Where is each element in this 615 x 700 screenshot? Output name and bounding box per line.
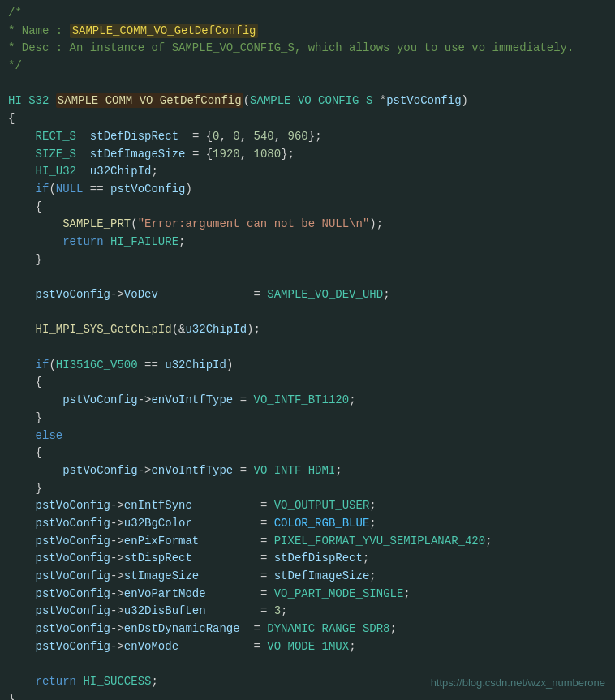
line-14: return HI_FAILURE; xyxy=(0,234,615,251)
line-5 xyxy=(0,75,615,93)
line-12: { xyxy=(0,199,615,217)
line-24: } xyxy=(0,410,615,427)
line-40: } xyxy=(0,691,615,700)
line-36: pstVoConfig->enDstDynamicRange = DYNAMIC… xyxy=(0,621,615,638)
line-18 xyxy=(0,304,615,322)
line-32: pstVoConfig->stDispRect = stDefDispRect; xyxy=(0,550,615,568)
line-11: if(NULL == pstVoConfig) xyxy=(0,181,615,199)
line-22: { xyxy=(0,374,615,392)
line-35: pstVoConfig->u32DisBufLen = 3; xyxy=(0,603,615,621)
line-17: pstVoConfig->VoDev = SAMPLE_VO_DEV_UHD; xyxy=(0,286,615,304)
line-26: { xyxy=(0,444,615,462)
function-name-highlight: SAMPLE_COMM_VO_GetDefConfig xyxy=(70,24,259,38)
line-10: HI_U32 u32ChipId; xyxy=(0,163,615,181)
line-4: */ xyxy=(0,58,615,75)
line-9: SIZE_S stDefImageSize = {1920, 1080}; xyxy=(0,146,615,164)
line-29: pstVoConfig->enIntfSync = VO_OUTPUT_USER… xyxy=(0,497,615,515)
line-20 xyxy=(0,339,615,357)
line-31: pstVoConfig->enPixFormat = PIXEL_FORMAT_… xyxy=(0,533,615,551)
line-38 xyxy=(0,655,615,673)
line-33: pstVoConfig->stImageSize = stDefImageSiz… xyxy=(0,568,615,586)
line-23: pstVoConfig->enVoIntfType = VO_INTF_BT11… xyxy=(0,392,615,410)
line-7: { xyxy=(0,110,615,128)
line-3: * Desc : An instance of SAMPLE_VO_CONFIG… xyxy=(0,40,615,58)
code-container: /* * Name : SAMPLE_COMM_VO_GetDefConfig … xyxy=(0,0,615,700)
line-30: pstVoConfig->u32BgColor = COLOR_RGB_BLUE… xyxy=(0,515,615,533)
line-2: * Name : SAMPLE_COMM_VO_GetDefConfig xyxy=(0,23,615,41)
line-13: SAMPLE_PRT("Error:argument can not be NU… xyxy=(0,216,615,234)
line-27: pstVoConfig->enVoIntfType = VO_INTF_HDMI… xyxy=(0,462,615,480)
line-34: pstVoConfig->enVoPartMode = VO_PART_MODE… xyxy=(0,586,615,603)
line-21: if(HI3516C_V500 == u32ChipId) xyxy=(0,357,615,375)
line-16 xyxy=(0,268,615,286)
line-19: HI_MPI_SYS_GetChipId(&u32ChipId); xyxy=(0,321,615,339)
line-8: RECT_S stDefDispRect = {0, 0, 540, 960}; xyxy=(0,128,615,146)
line-25: else xyxy=(0,427,615,445)
line-15: } xyxy=(0,251,615,269)
line-37: pstVoConfig->enVoMode = VO_MODE_1MUX; xyxy=(0,638,615,656)
watermark: https://blog.csdn.net/wzx_numberone xyxy=(431,676,605,689)
func-decl-highlight: SAMPLE_COMM_VO_GetDefConfig xyxy=(56,93,243,108)
line-1: /* xyxy=(0,5,615,23)
line-6: HI_S32 SAMPLE_COMM_VO_GetDefConfig(SAMPL… xyxy=(0,92,615,110)
line-28: } xyxy=(0,480,615,498)
